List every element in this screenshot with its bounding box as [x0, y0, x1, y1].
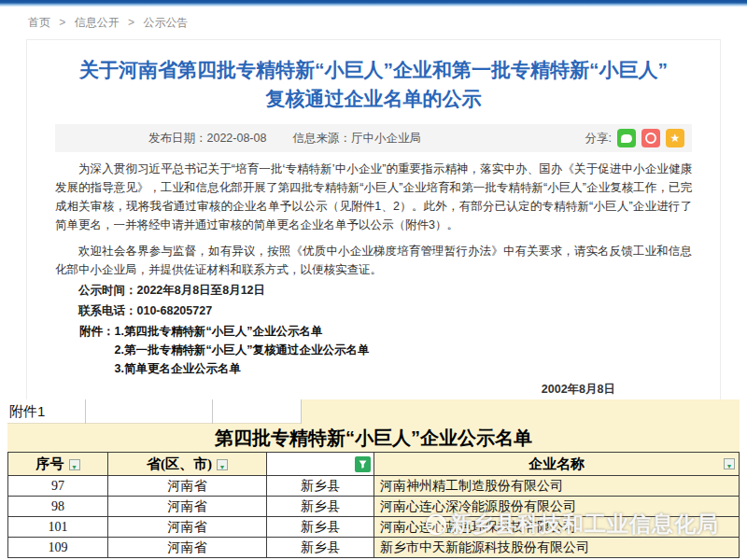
breadcrumb-current: 公示公告 [143, 16, 188, 29]
cell-county: 新乡县 [267, 517, 374, 538]
cell-company: 新乡市中天新能源科技股份有限公司 [374, 538, 740, 558]
cell-county: 新乡县 [267, 538, 374, 558]
cell-county: 新乡县 [267, 476, 374, 497]
cell-seq: 101 [8, 517, 108, 538]
attachment1-label: 附件1 [7, 399, 86, 424]
site-nav-edge [0, 0, 747, 7]
breadcrumb-info-disclosure[interactable]: 信息公开 [75, 16, 120, 29]
page: 首页 > 信息公开 > 公示公告 关于河南省第四批专精特新“小巨人”企业和第一批… [0, 0, 747, 560]
cell-county: 新乡县 [267, 497, 374, 517]
attachment-item-2: 2.第一批专精特新“小巨人”复核通过企业公示名单 [115, 341, 370, 359]
table-row: 109 河南省 新乡县 新乡市中天新能源科技股份有限公司 [8, 538, 740, 558]
table-row: 97 河南省 新乡县 河南神州精工制造股份有限公司 [8, 476, 740, 497]
cell-province: 河南省 [108, 497, 267, 517]
table-row: 98 河南省 新乡县 河南心连心深冷能源股份有限公司 [8, 497, 740, 517]
sheet-empty-cell [86, 399, 213, 424]
sheet-title: 第四批专精特新“小巨人”企业公示名单 [7, 424, 740, 452]
sheet-empty-cell [302, 399, 740, 424]
publish-date-value: 2022-08-08 [207, 132, 267, 145]
cell-company: 河南神州精工制造股份有限公司 [374, 476, 740, 497]
breadcrumb-home[interactable]: 首页 [28, 16, 50, 29]
attachment-list-label: 附件： [79, 322, 115, 378]
cell-seq: 109 [8, 538, 108, 558]
cell-province: 河南省 [108, 517, 267, 538]
sheet-top-row: 附件1 [7, 399, 740, 424]
info-source: 信息来源：厅中小企业局 [292, 131, 421, 147]
share-label: 分享: [585, 131, 612, 147]
article-paragraph: 为深入贯彻习近平总书记关于“培育一批‘专精特新’中小企业”的重要指示精神，落实中… [55, 160, 692, 234]
publish-date-label: 发布日期： [148, 132, 207, 145]
attachment-list: 附件： 1.第四批专精特新“小巨人”企业公示名单 2.第一批专精特新“小巨人”复… [55, 322, 692, 378]
cell-seq: 97 [8, 476, 108, 497]
breadcrumb: 首页 > 信息公开 > 公示公告 [28, 15, 188, 31]
header-序号: 序号 [8, 453, 108, 476]
header-county [267, 453, 374, 476]
notice-time: 公示时间：2022年8月8日至8月12日 [55, 281, 692, 300]
attachment1-sheet: 附件1 第四批专精特新“小巨人”企业公示名单 序号 省(区、市) 企业名称 [7, 399, 740, 558]
attachment-item-3: 3.简单更名企业公示名单 [115, 359, 370, 378]
cell-company: 河南心连心深冷能源股份有限公司 [374, 497, 740, 517]
article-paragraph: 欢迎社会各界参与监督，如有异议，按照《优质中小企业梯度培育管理暂行办法》中有关要… [55, 242, 692, 279]
table-row: 101 河南省 新乡县 河南心连心蓝色环保科技有限公司 [8, 517, 740, 538]
article-title: 关于河南省第四批专精特新“小巨人”企业和第一批专精特新“小巨人”复核通过企业名单… [27, 40, 720, 113]
filter-dropdown-icon [69, 459, 80, 470]
table-header-row: 序号 省(区、市) 企业名称 [8, 453, 740, 476]
share-weibo-icon[interactable] [641, 129, 660, 147]
article-meta-bar: 发布日期：2022-08-08 信息来源：厅中小企业局 分享: ★ [55, 124, 692, 152]
filter-dropdown-icon [724, 458, 735, 469]
enterprise-table: 序号 省(区、市) 企业名称 97 河南省 新乡县 河南神州精工制造股份有限公司 [7, 452, 740, 558]
publish-date: 发布日期：2022-08-08 [148, 131, 266, 147]
filter-applied-icon [355, 456, 371, 472]
sign-date: 2002年8月8日 [27, 382, 615, 398]
breadcrumb-separator: > [59, 16, 65, 29]
cell-province: 河南省 [108, 538, 267, 558]
filter-dropdown-icon [217, 459, 228, 470]
cell-province: 河南省 [108, 476, 267, 497]
sheet-empty-cell [213, 399, 302, 424]
info-source-value: 厅中小企业局 [351, 132, 421, 145]
share-bar: 分享: ★ [585, 129, 684, 147]
cell-company: 河南心连心蓝色环保科技有限公司 [374, 517, 740, 538]
contact-phone: 联系电话：010-68205727 [55, 301, 692, 320]
share-star-icon[interactable]: ★ [666, 129, 684, 147]
attachment-item-1: 1.第四批专精特新“小巨人”企业公示名单 [115, 322, 370, 341]
info-source-label: 信息来源： [292, 132, 351, 145]
header-省区市: 省(区、市) [108, 453, 267, 476]
header-企业名称: 企业名称 [374, 453, 740, 476]
share-wechat-icon[interactable] [617, 129, 636, 147]
breadcrumb-separator: > [128, 16, 134, 29]
cell-seq: 98 [8, 497, 108, 517]
